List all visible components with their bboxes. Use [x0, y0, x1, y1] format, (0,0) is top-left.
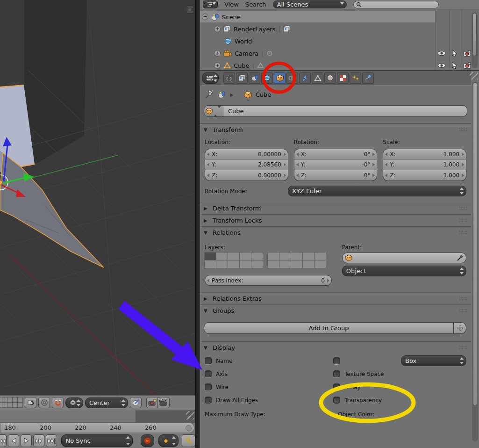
- pass-index-field[interactable]: Pass Index: 0: [205, 275, 332, 286]
- panel-header-relations[interactable]: ▼Relations: [200, 226, 471, 238]
- bounds-checkbox[interactable]: [333, 357, 340, 364]
- jump-to-start-button[interactable]: [0, 434, 7, 447]
- add-to-group-button[interactable]: Add to Group: [204, 322, 454, 334]
- panel-expand-icon[interactable]: ▼: [204, 127, 209, 132]
- 3d-viewport[interactable]: +: [0, 0, 195, 395]
- opengl-render-button[interactable]: [146, 397, 158, 408]
- opengl-render-anim-button[interactable]: [158, 397, 170, 408]
- name-checkbox[interactable]: [205, 357, 212, 364]
- scene-breadcrumb-icon[interactable]: [218, 90, 226, 99]
- panel-drag-grip[interactable]: [459, 309, 467, 313]
- jump-to-end-button[interactable]: [46, 434, 57, 447]
- editor-type-button[interactable]: [202, 72, 219, 84]
- outliner-row-camera[interactable]: + Camera |: [200, 47, 274, 59]
- rotation-x-field[interactable]: X:0°: [294, 149, 378, 159]
- tab-modifiers[interactable]: [299, 72, 311, 84]
- render-restrict-icon[interactable]: [463, 50, 472, 57]
- wire-checkbox[interactable]: [205, 383, 212, 390]
- outliner-row-renderlayers[interactable]: + RenderLayers |: [200, 23, 291, 35]
- scale-x-field[interactable]: X:1.000: [383, 149, 466, 159]
- tab-constraints[interactable]: [286, 72, 298, 84]
- insert-keyframe-button[interactable]: [182, 434, 195, 447]
- rotation-y-field[interactable]: Y:-0°: [294, 159, 378, 170]
- snap-target-dropdown[interactable]: Center: [85, 397, 128, 408]
- tab-material[interactable]: [324, 72, 336, 84]
- search-menu[interactable]: Search: [245, 1, 266, 8]
- eyedropper-icon[interactable]: [457, 255, 463, 261]
- cursor-select-icon[interactable]: [451, 62, 458, 69]
- panel-header-relations-extras[interactable]: ▶Relations Extras: [200, 292, 471, 304]
- draw-all-edges-checkbox[interactable]: [205, 397, 212, 404]
- add-group-plus-button[interactable]: [454, 322, 466, 334]
- tab-physics[interactable]: [362, 72, 374, 84]
- snap-element-dropdown[interactable]: [65, 397, 83, 408]
- next-keyframe-button[interactable]: [33, 434, 44, 447]
- play-reverse-button[interactable]: [8, 434, 19, 447]
- outliner-scrollbar[interactable]: [472, 12, 478, 68]
- tab-object[interactable]: [274, 72, 286, 84]
- tab-render[interactable]: [223, 72, 235, 84]
- outliner-row-cube[interactable]: + Cube |: [200, 59, 264, 72]
- texture-space-checkbox[interactable]: [333, 370, 340, 377]
- panel-drag-grip[interactable]: [459, 346, 467, 350]
- eye-icon[interactable]: [437, 63, 446, 68]
- tab-render-layers[interactable]: [236, 72, 248, 84]
- editor-splitter[interactable]: [195, 0, 200, 448]
- layers-grid[interactable]: [0, 397, 23, 408]
- layer-cell-active[interactable]: [204, 252, 216, 260]
- breadcrumb-object-label[interactable]: Cube: [256, 91, 272, 98]
- sync-mode-dropdown[interactable]: No Sync: [61, 434, 133, 447]
- panel-drag-grip[interactable]: [459, 128, 467, 132]
- panel-header-display[interactable]: ▼Display: [200, 341, 471, 354]
- outliner-row-scene[interactable]: − Scene: [200, 11, 241, 23]
- region-expand-button[interactable]: +: [186, 6, 194, 14]
- tab-particles[interactable]: [350, 72, 361, 84]
- tab-world[interactable]: [261, 72, 273, 84]
- panel-header-delta-transform[interactable]: ▶Delta Transform: [200, 202, 471, 214]
- properties-scrollbar[interactable]: [472, 81, 478, 441]
- timeline-track[interactable]: [0, 410, 195, 423]
- layer-buttons-left[interactable]: [205, 253, 263, 268]
- outliner-row-world[interactable]: World: [200, 35, 252, 47]
- properties-resize-grip[interactable]: [470, 72, 478, 79]
- panel-drag-grip[interactable]: [459, 218, 467, 223]
- tab-scene[interactable]: [249, 72, 260, 84]
- bounds-type-dropdown[interactable]: Box: [401, 355, 466, 366]
- parent-type-dropdown[interactable]: Object: [342, 266, 466, 276]
- render-restrict-icon[interactable]: [463, 62, 472, 69]
- tab-object-data[interactable]: [312, 72, 323, 84]
- panel-header-groups[interactable]: ▼Groups: [200, 304, 471, 317]
- auto-keyframe-button[interactable]: [141, 434, 154, 447]
- lock-to-scene-button[interactable]: [25, 397, 36, 408]
- panel-header-transform[interactable]: ▼ Transform: [200, 123, 471, 136]
- pin-icon[interactable]: [205, 90, 214, 99]
- eye-icon[interactable]: [437, 51, 446, 56]
- tab-texture[interactable]: [337, 72, 349, 84]
- outliner-search-input[interactable]: [353, 1, 439, 8]
- panel-drag-grip[interactable]: [459, 206, 467, 211]
- expand-icon[interactable]: +: [214, 26, 221, 32]
- play-button[interactable]: [21, 434, 32, 447]
- location-x-field[interactable]: X:0.00000: [205, 149, 288, 159]
- xray-checkbox[interactable]: [333, 383, 340, 390]
- snap-peel-button[interactable]: [130, 397, 142, 408]
- axis-checkbox[interactable]: [205, 370, 212, 377]
- panel-drag-grip[interactable]: [459, 231, 467, 235]
- ruler-zoom-knob[interactable]: [186, 425, 192, 431]
- panel-drag-grip[interactable]: [459, 296, 467, 301]
- expand-icon[interactable]: +: [214, 62, 221, 69]
- timeline-ruler[interactable]: 180 200 220 240 260: [0, 423, 194, 433]
- rotation-mode-dropdown[interactable]: XYZ Euler: [288, 186, 466, 196]
- scale-y-field[interactable]: Y:1.000: [383, 159, 466, 170]
- cursor-select-icon[interactable]: [451, 50, 458, 57]
- snap-toggle-button[interactable]: [52, 397, 64, 408]
- editor-type-button[interactable]: [203, 0, 218, 8]
- location-y-field[interactable]: Y:2.08560: [205, 159, 288, 170]
- scene-filter-dropdown[interactable]: All Scenes: [273, 0, 347, 8]
- view-menu[interactable]: View: [224, 1, 239, 8]
- rotation-z-field[interactable]: Z:0°: [294, 170, 378, 181]
- panel-header-transform-locks[interactable]: ▶Transform Locks: [200, 214, 471, 226]
- proportional-edit-button[interactable]: [38, 397, 50, 408]
- expand-icon[interactable]: +: [214, 50, 221, 57]
- transparency-checkbox[interactable]: [333, 397, 340, 404]
